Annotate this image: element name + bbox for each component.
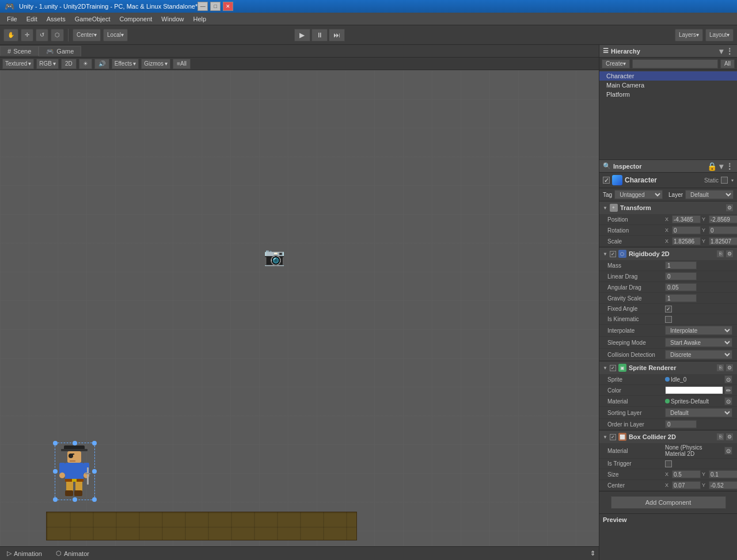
menu-edit[interactable]: Edit bbox=[22, 14, 42, 24]
object-active-checkbox[interactable]: ✓ bbox=[603, 177, 610, 184]
linear-drag-input[interactable] bbox=[665, 272, 697, 280]
scale-x[interactable] bbox=[672, 237, 701, 245]
collider-material-btn[interactable]: ⊙ bbox=[724, 447, 732, 455]
position-x[interactable] bbox=[672, 215, 701, 223]
handle-bl[interactable] bbox=[53, 497, 58, 502]
rigidbody2d-header[interactable]: ▼ ✓ ⬡ Rigidbody 2D ⎘ ⚙ bbox=[599, 247, 737, 260]
size-x[interactable] bbox=[672, 470, 701, 478]
hierarchy-search[interactable] bbox=[632, 59, 718, 68]
shading-dropdown[interactable]: Textured ▾ bbox=[2, 59, 34, 69]
inspector-more-btn[interactable]: ⋮ bbox=[725, 162, 734, 171]
transform-header[interactable]: ▼ ⌖ Transform ⚙ bbox=[599, 201, 737, 214]
hierarchy-item-maincamera[interactable]: Main Camera bbox=[599, 81, 737, 90]
tab-game[interactable]: 🎮 Game bbox=[39, 46, 81, 56]
close-button[interactable]: ✕ bbox=[223, 2, 233, 11]
minimize-button[interactable]: — bbox=[197, 2, 208, 11]
mass-input[interactable] bbox=[665, 261, 697, 269]
scene-viewport[interactable]: 📷 bbox=[0, 70, 599, 546]
menu-window[interactable]: Window bbox=[157, 14, 188, 24]
sr-settings-btn[interactable]: ⚙ bbox=[725, 364, 734, 372]
material-select-btn[interactable]: ⊙ bbox=[724, 397, 732, 405]
handle-tl[interactable] bbox=[53, 441, 58, 445]
menu-component[interactable]: Component bbox=[115, 14, 157, 24]
layer-select[interactable]: Default bbox=[685, 190, 734, 199]
center-y[interactable] bbox=[709, 481, 737, 489]
gizmos-dropdown[interactable]: Gizmos ▾ bbox=[141, 59, 170, 69]
order-in-layer-input[interactable] bbox=[665, 420, 697, 428]
rb2d-settings-btn[interactable]: ⚙ bbox=[725, 250, 734, 258]
rotation-x[interactable] bbox=[672, 226, 701, 234]
menu-assets[interactable]: Assets bbox=[42, 14, 70, 24]
is-trigger-checkbox[interactable] bbox=[665, 460, 672, 467]
maximize-button[interactable]: □ bbox=[210, 2, 221, 11]
hierarchy-all-btn[interactable]: All bbox=[720, 59, 735, 68]
is-kinematic-checkbox[interactable] bbox=[665, 316, 672, 323]
sleeping-mode-select[interactable]: Start Awake bbox=[665, 338, 732, 347]
transform-settings-btn[interactable]: ⚙ bbox=[725, 204, 734, 212]
effects-dropdown[interactable]: Effects ▾ bbox=[112, 59, 139, 69]
inspector-options-btn[interactable]: ▾ bbox=[719, 162, 723, 171]
rigidbody2d-enabled[interactable]: ✓ bbox=[610, 251, 616, 257]
size-y[interactable] bbox=[709, 470, 737, 478]
fixed-angle-checkbox[interactable]: ✓ bbox=[665, 306, 672, 313]
rb2d-copy-btn[interactable]: ⎘ bbox=[716, 250, 724, 258]
character-sprite[interactable] bbox=[55, 443, 95, 500]
scale-tool[interactable]: ⬡ bbox=[51, 29, 64, 41]
hierarchy-options-btn[interactable]: ⋮ bbox=[725, 47, 734, 56]
handle-tr[interactable] bbox=[92, 441, 97, 445]
audio-toggle[interactable]: 🔊 bbox=[94, 59, 109, 69]
bc2d-copy-btn[interactable]: ⎘ bbox=[716, 433, 724, 441]
color-picker-btn[interactable]: ✏ bbox=[724, 386, 732, 394]
rgb-dropdown[interactable]: RGB ▾ bbox=[36, 59, 59, 69]
static-arrow[interactable]: ▾ bbox=[731, 178, 734, 183]
menu-gameobject[interactable]: GameObject bbox=[70, 14, 115, 24]
handle-br[interactable] bbox=[92, 497, 97, 502]
box-collider2d-enabled[interactable]: ✓ bbox=[610, 434, 616, 440]
box-collider2d-header[interactable]: ▼ ✓ ⬜ Box Collider 2D ⎘ ⚙ bbox=[599, 431, 737, 443]
hierarchy-item-platform[interactable]: Platform bbox=[599, 90, 737, 99]
sr-copy-btn[interactable]: ⎘ bbox=[716, 364, 724, 372]
center-x[interactable] bbox=[672, 481, 701, 489]
bc2d-settings-btn[interactable]: ⚙ bbox=[725, 433, 734, 441]
panel-resize-btn[interactable]: ⇕ bbox=[590, 550, 599, 557]
pause-button[interactable]: ⏸ bbox=[311, 29, 328, 41]
play-button[interactable]: ▶ bbox=[294, 29, 310, 41]
rotation-y[interactable] bbox=[709, 226, 737, 234]
handle-ml[interactable] bbox=[53, 469, 58, 474]
static-checkbox[interactable] bbox=[721, 177, 728, 184]
tab-animation[interactable]: ▷ Animation bbox=[0, 548, 49, 558]
tab-animator[interactable]: ⬡ Animator bbox=[49, 548, 96, 558]
lighting-toggle[interactable]: ☀ bbox=[79, 59, 92, 69]
step-button[interactable]: ⏭ bbox=[329, 29, 345, 41]
menu-file[interactable]: File bbox=[2, 14, 22, 24]
color-preview[interactable] bbox=[665, 386, 723, 394]
angular-drag-input[interactable] bbox=[665, 283, 697, 291]
translate-tool[interactable]: ✛ bbox=[21, 29, 33, 41]
layers-dropdown[interactable]: Layers ▾ bbox=[675, 29, 703, 41]
scale-y[interactable] bbox=[709, 237, 737, 245]
hierarchy-create-btn[interactable]: Create ▾ bbox=[602, 59, 630, 68]
interpolate-select[interactable]: Interpolate bbox=[665, 326, 732, 335]
hand-tool[interactable]: ✋ bbox=[3, 29, 18, 41]
rotate-tool[interactable]: ↺ bbox=[36, 29, 48, 41]
sprite-select-btn[interactable]: ⊙ bbox=[724, 375, 732, 383]
hierarchy-item-character[interactable]: Character bbox=[599, 71, 737, 81]
sprite-renderer-enabled[interactable]: ✓ bbox=[610, 365, 616, 371]
add-component-button[interactable]: Add Component bbox=[611, 496, 726, 509]
layout-dropdown[interactable]: Layout ▾ bbox=[705, 29, 734, 41]
sprite-renderer-header[interactable]: ▼ ✓ ▣ Sprite Renderer ⎘ ⚙ bbox=[599, 361, 737, 374]
handle-mr[interactable] bbox=[92, 469, 97, 474]
2d-toggle[interactable]: 2D bbox=[61, 59, 77, 69]
hierarchy-lock-btn[interactable]: ▾ bbox=[719, 47, 723, 56]
inspector-lock-btn[interactable]: 🔒 bbox=[707, 162, 717, 171]
space-toggle[interactable]: Local ▾ bbox=[103, 29, 128, 41]
menu-help[interactable]: Help bbox=[188, 14, 211, 24]
all-toggle[interactable]: ≡All bbox=[173, 59, 191, 69]
tag-select[interactable]: Untagged bbox=[614, 190, 663, 199]
sorting-layer-select[interactable]: Default bbox=[665, 408, 732, 417]
position-y[interactable] bbox=[709, 215, 737, 223]
tab-scene[interactable]: # Scene bbox=[0, 46, 39, 56]
gravity-scale-input[interactable] bbox=[665, 294, 697, 302]
pivot-toggle[interactable]: Center ▾ bbox=[73, 29, 101, 41]
collision-detection-select[interactable]: Discrete bbox=[665, 350, 732, 359]
